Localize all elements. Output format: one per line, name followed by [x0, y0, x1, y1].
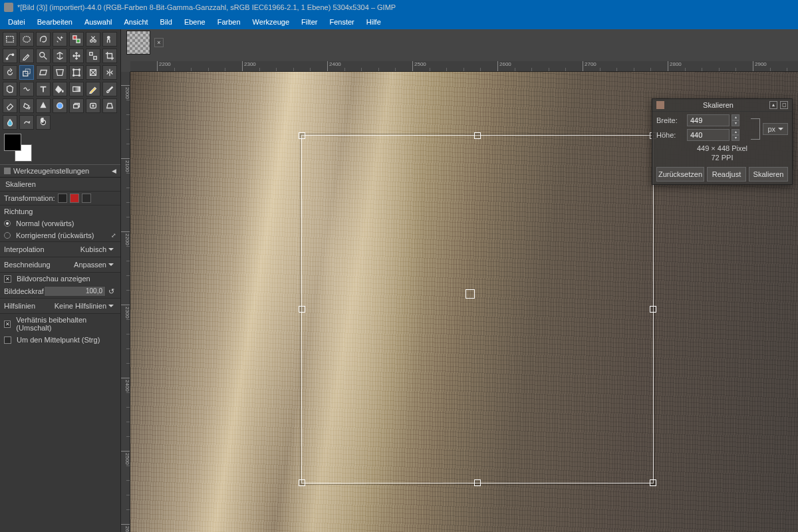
tool-text[interactable] — [36, 82, 51, 96]
guides-row[interactable]: Hilfslinien Keine Hilfslinien — [0, 298, 120, 313]
tool-rect-select[interactable] — [3, 32, 17, 47]
keep-ratio-checkbox[interactable] — [4, 321, 11, 328]
tool-zoom[interactable] — [36, 49, 51, 63]
transform-path-icon[interactable] — [82, 194, 91, 203]
clipping-row[interactable]: Beschneidung Anpassen — [0, 257, 120, 272]
close-tab-icon[interactable]: × — [154, 38, 164, 47]
around-center-checkbox[interactable] — [4, 336, 11, 344]
dir-dropdown-icon[interactable]: ⤢ — [111, 232, 116, 239]
tool-shear[interactable] — [36, 65, 51, 80]
tool-flip[interactable] — [102, 65, 117, 80]
menu-file[interactable]: Datei — [3, 16, 31, 28]
tool-name: Skalieren — [0, 178, 120, 192]
menu-select[interactable]: Auswahl — [79, 16, 118, 28]
tool-color-picker[interactable] — [19, 49, 34, 63]
svg-point-7 — [6, 58, 8, 60]
tool-mypaint[interactable] — [53, 98, 67, 113]
chevron-down-icon — [108, 263, 114, 269]
tool-unified-transform[interactable] — [69, 65, 84, 80]
handle-n[interactable] — [474, 132, 481, 139]
menu-image[interactable]: Bild — [155, 16, 178, 28]
ruler-horizontal[interactable]: 22002300240025002600270028002900 — [130, 61, 798, 72]
dialog-collapse-icon[interactable]: ▴ — [769, 101, 777, 109]
menu-help[interactable]: Hilfe — [361, 16, 386, 28]
tool-paintbrush[interactable] — [102, 82, 117, 96]
tool-warp[interactable] — [19, 82, 34, 96]
tool-measure[interactable] — [53, 49, 67, 63]
tool-fuzzy-select[interactable] — [53, 32, 67, 47]
tool-perspective-clone[interactable] — [102, 98, 117, 113]
tool-scissors[interactable] — [86, 32, 100, 47]
height-down[interactable]: ▾ — [732, 135, 739, 141]
opacity-slider[interactable]: 100,0 — [44, 286, 106, 297]
dialog-detach-icon[interactable]: ◻ — [780, 101, 788, 109]
tool-eraser[interactable] — [3, 98, 17, 113]
interpolation-row[interactable]: Interpolation Kubisch — [0, 241, 120, 257]
transform-layer-icon[interactable] — [58, 194, 67, 203]
tool-scale[interactable] — [19, 65, 34, 80]
tool-pencil[interactable] — [86, 82, 100, 96]
menu-tools[interactable]: Werkzeuge — [247, 16, 295, 28]
tool-foreground-select[interactable] — [102, 32, 117, 47]
svg-rect-20 — [73, 87, 80, 92]
fg-color[interactable] — [4, 134, 21, 151]
transform-bounding-box[interactable] — [301, 135, 654, 483]
handle-sw[interactable] — [299, 479, 305, 486]
tool-dodge-burn[interactable] — [36, 115, 51, 130]
handle-se[interactable] — [650, 479, 656, 486]
ruler-vertical[interactable]: 2000210022002300240025002600 — [121, 72, 130, 532]
reset-icon[interactable]: ↺ — [108, 287, 116, 295]
tool-free-select[interactable] — [36, 32, 51, 47]
tool-handle-transform[interactable] — [86, 65, 100, 80]
handle-w[interactable] — [299, 306, 305, 313]
canvas-area: × 22002300240025002600270028002900 20002… — [121, 29, 798, 532]
scale-button[interactable]: Skalieren — [749, 167, 788, 182]
width-input[interactable] — [687, 114, 730, 126]
tool-color-select[interactable] — [69, 32, 84, 47]
color-swatches[interactable] — [4, 134, 32, 162]
width-up[interactable]: ▴ — [732, 114, 739, 120]
tool-align[interactable] — [86, 49, 100, 63]
menu-windows[interactable]: Fenster — [324, 16, 359, 28]
tool-crop[interactable] — [102, 49, 117, 63]
canvas[interactable]: Skalieren ▴ ◻ Breite: ▴▾ — [130, 72, 798, 532]
clipping-label: Beschneidung — [4, 261, 51, 269]
image-thumbnail[interactable] — [126, 31, 150, 55]
chain-link-icon[interactable] — [751, 118, 760, 140]
tool-heal[interactable] — [86, 98, 100, 113]
reset-button[interactable]: Zurücksetzen — [656, 167, 704, 182]
menu-filters[interactable]: Filter — [296, 16, 323, 28]
tool-airbrush[interactable] — [19, 98, 34, 113]
height-input[interactable] — [687, 129, 730, 141]
tool-ellipse-select[interactable] — [19, 32, 34, 47]
tool-clone[interactable] — [69, 98, 84, 113]
radio-normal[interactable] — [4, 220, 11, 227]
height-up[interactable]: ▴ — [732, 129, 739, 135]
width-down[interactable]: ▾ — [732, 120, 739, 126]
tool-blur[interactable] — [3, 115, 17, 130]
panel-menu-icon[interactable]: ◀ — [112, 168, 116, 174]
tool-ink[interactable] — [36, 98, 51, 113]
unit-dropdown[interactable]: px — [763, 123, 788, 135]
tool-smudge[interactable] — [19, 115, 34, 130]
handle-nw[interactable] — [299, 132, 305, 139]
handle-s[interactable] — [474, 479, 481, 486]
tool-rotate[interactable] — [3, 65, 17, 80]
tool-bucket-fill[interactable] — [53, 82, 67, 96]
readjust-button[interactable]: Readjust — [707, 167, 746, 182]
handle-e[interactable] — [650, 306, 656, 313]
preview-checkbox[interactable] — [4, 275, 11, 283]
transform-selection-icon[interactable] — [70, 194, 79, 203]
tool-cage[interactable] — [3, 82, 17, 96]
menu-layer[interactable]: Ebene — [179, 16, 211, 28]
tool-move[interactable] — [69, 49, 84, 63]
svg-point-22 — [29, 108, 29, 109]
tool-paths[interactable] — [3, 49, 17, 63]
menu-colors[interactable]: Farben — [212, 16, 246, 28]
radio-corrective[interactable] — [4, 232, 11, 239]
menu-view[interactable]: Ansicht — [118, 16, 153, 28]
tool-gradient[interactable] — [69, 82, 84, 96]
transform-center[interactable] — [466, 289, 475, 299]
menu-edit[interactable]: Bearbeiten — [32, 16, 78, 28]
tool-perspective[interactable] — [53, 65, 67, 80]
